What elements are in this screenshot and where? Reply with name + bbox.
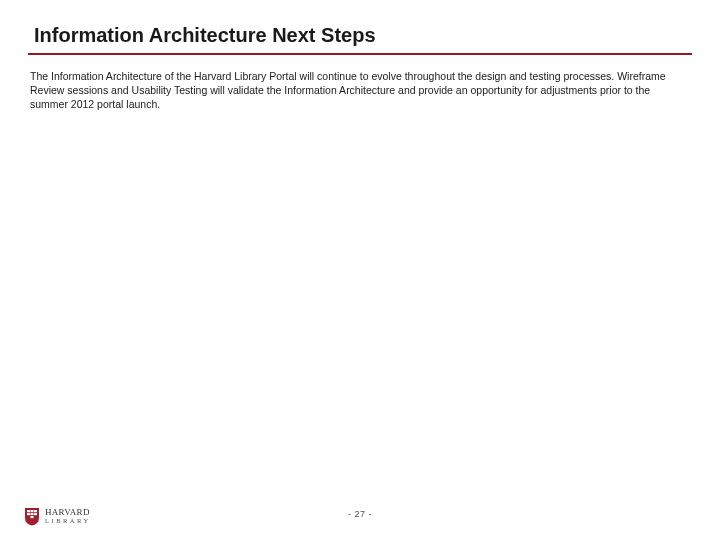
slide-title: Information Architecture Next Steps: [28, 24, 692, 55]
slide-footer: - 27 -: [0, 500, 720, 528]
slide-container: Information Architecture Next Steps The …: [0, 0, 720, 540]
slide-body-text: The Information Architecture of the Harv…: [28, 69, 692, 112]
page-number: - 27 -: [348, 509, 372, 519]
